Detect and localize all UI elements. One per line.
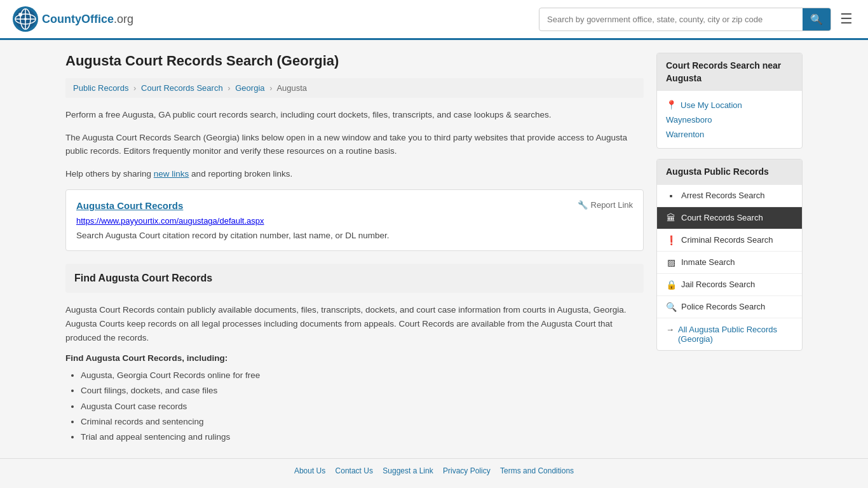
sidebar-item-inmate[interactable]: ▨ Inmate Search <box>657 252 802 274</box>
police-icon: 🔍 <box>666 302 676 312</box>
warrenton-item[interactable]: Warrenton <box>666 127 793 142</box>
footer: About Us Contact Us Suggest a Link Priva… <box>0 458 868 483</box>
arrow-icon: → <box>666 325 674 334</box>
wrench-icon: 🔧 <box>578 200 588 210</box>
search-input[interactable] <box>539 10 803 29</box>
bullet-4: Criminal records and sentencing <box>81 414 644 430</box>
waynesboro-link[interactable]: Waynesboro <box>666 115 712 125</box>
sidebar-public-records-box: Augusta Public Records ▪ Arrest Records … <box>656 159 803 351</box>
sidebar-item-court[interactable]: 🏛 Court Records Search <box>657 207 802 229</box>
find-description: Augusta Court Records contain publicly a… <box>65 303 644 344</box>
criminal-icon: ❗ <box>666 235 676 245</box>
sidebar-arrest-label: Arrest Records Search <box>681 191 765 200</box>
breadcrumb-current: Augusta <box>276 83 307 93</box>
header-right: 🔍 ☰ <box>539 8 855 31</box>
description-3: Help others by sharing new links and rep… <box>65 167 644 181</box>
sidebar: Court Records Search near Augusta 📍 Use … <box>656 53 803 445</box>
footer-suggest[interactable]: Suggest a Link <box>383 466 433 475</box>
sidebar-item-criminal[interactable]: ❗ Criminal Records Search <box>657 229 802 252</box>
desc3-prefix: Help others by sharing <box>65 169 154 179</box>
sidebar-inmate-label: Inmate Search <box>681 257 735 267</box>
svg-point-7 <box>18 13 22 17</box>
breadcrumb-sep-2: › <box>227 83 230 93</box>
sidebar-item-jail[interactable]: 🔒 Jail Records Search <box>657 274 802 296</box>
logo-text: CountyOffice.org <box>42 13 133 26</box>
record-url-link[interactable]: https://www.payyourtix.com/augustaga/def… <box>76 216 264 226</box>
sidebar-nearby-box: Court Records Search near Augusta 📍 Use … <box>656 53 803 149</box>
site-header: CountyOffice.org 🔍 ☰ <box>0 0 868 40</box>
find-section: Find Augusta Court Records <box>65 264 644 293</box>
footer-contact[interactable]: Contact Us <box>336 466 373 475</box>
breadcrumb-court-records[interactable]: Court Records Search <box>141 83 223 93</box>
search-button[interactable]: 🔍 <box>803 8 831 30</box>
location-pin-icon: 📍 <box>666 100 677 110</box>
breadcrumb: Public Records › Court Records Search › … <box>65 78 644 98</box>
breadcrumb-sep-3: › <box>269 83 272 93</box>
record-card: Augusta Court Records 🔧 Report Link http… <box>65 189 644 251</box>
breadcrumb-sep-1: › <box>133 83 136 93</box>
description-2: The Augusta Court Records Search (Georgi… <box>65 131 644 158</box>
find-subheading: Find Augusta Court Records, including: <box>65 353 644 363</box>
search-icon: 🔍 <box>810 14 823 25</box>
description-1: Perform a free Augusta, GA public court … <box>65 108 644 122</box>
find-bullet-list: Augusta, Georgia Court Records online fo… <box>65 368 644 445</box>
record-description: Search Augusta Court citation record by … <box>76 231 633 240</box>
record-card-header: Augusta Court Records 🔧 Report Link <box>76 200 633 211</box>
main-container: Augusta Court Records Search (Georgia) P… <box>53 40 815 458</box>
record-url[interactable]: https://www.payyourtix.com/augustaga/def… <box>76 216 633 226</box>
inmate-icon: ▨ <box>666 257 676 268</box>
use-my-location-link[interactable]: Use My Location <box>681 100 742 110</box>
report-link-button[interactable]: 🔧 Report Link <box>578 200 633 210</box>
find-heading: Find Augusta Court Records <box>74 273 635 284</box>
waynesboro-item[interactable]: Waynesboro <box>666 112 793 127</box>
bullet-1: Augusta, Georgia Court Records online fo… <box>81 368 644 383</box>
sidebar-jail-label: Jail Records Search <box>681 280 755 289</box>
use-my-location-item[interactable]: 📍 Use My Location <box>666 97 793 112</box>
sidebar-item-arrest[interactable]: ▪ Arrest Records Search <box>657 185 802 207</box>
sidebar-item-police[interactable]: 🔍 Police Records Search <box>657 296 802 318</box>
footer-terms[interactable]: Terms and Conditions <box>500 466 574 475</box>
record-card-title[interactable]: Augusta Court Records <box>76 200 183 211</box>
report-link-label: Report Link <box>591 200 633 210</box>
jail-icon: 🔒 <box>666 280 676 290</box>
sidebar-court-label: Court Records Search <box>681 213 763 222</box>
court-icon: 🏛 <box>666 213 676 223</box>
bullet-5: Trial and appeal sentencing and rulings <box>81 430 644 445</box>
footer-privacy[interactable]: Privacy Policy <box>443 466 491 475</box>
all-records-link[interactable]: All Augusta Public Records (Georgia) <box>678 325 793 344</box>
new-links-link[interactable]: new links <box>154 169 189 179</box>
bullet-3: Augusta Court case records <box>81 399 644 414</box>
sidebar-public-records-title: Augusta Public Records <box>657 159 802 185</box>
breadcrumb-georgia[interactable]: Georgia <box>235 83 264 93</box>
footer-about[interactable]: About Us <box>294 466 325 475</box>
content-area: Augusta Court Records Search (Georgia) P… <box>65 53 644 445</box>
sidebar-criminal-label: Criminal Records Search <box>681 235 773 245</box>
logo[interactable]: CountyOffice.org <box>13 6 133 32</box>
sidebar-nearby-content: 📍 Use My Location Waynesboro Warrenton <box>657 91 802 148</box>
bullet-2: Court filings, dockets, and case files <box>81 383 644 398</box>
menu-icon: ☰ <box>840 11 853 27</box>
hamburger-menu[interactable]: ☰ <box>837 8 855 30</box>
search-bar: 🔍 <box>539 8 831 31</box>
warrenton-link[interactable]: Warrenton <box>666 130 704 139</box>
desc3-suffix: and reporting broken links. <box>189 169 292 179</box>
logo-icon <box>13 6 38 32</box>
sidebar-nearby-title: Court Records Search near Augusta <box>657 53 802 91</box>
sidebar-police-label: Police Records Search <box>681 302 765 311</box>
sidebar-all-records: → All Augusta Public Records (Georgia) <box>657 318 802 350</box>
arrest-icon: ▪ <box>666 191 676 201</box>
page-title: Augusta Court Records Search (Georgia) <box>65 53 644 69</box>
breadcrumb-public-records[interactable]: Public Records <box>73 83 128 93</box>
